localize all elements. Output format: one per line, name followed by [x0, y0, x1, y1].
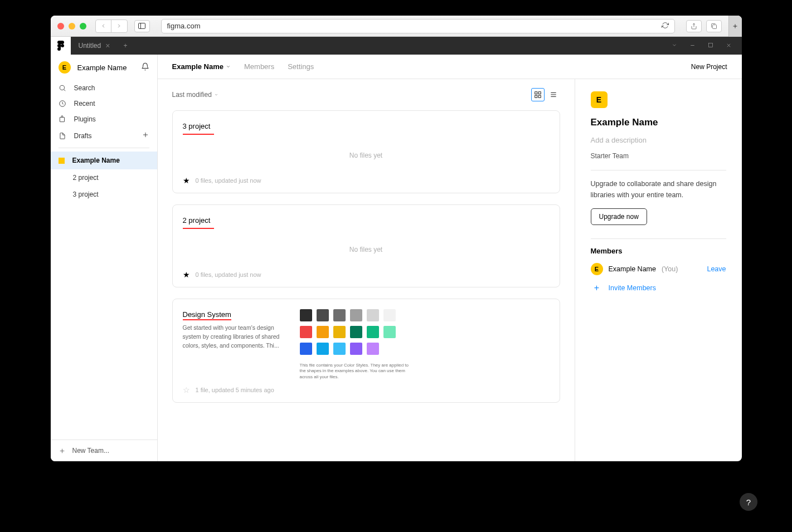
list-view-button[interactable] [547, 88, 560, 101]
url-text: figma.com [167, 22, 201, 30]
color-swatch [300, 309, 312, 321]
star-icon[interactable]: ★ [183, 270, 190, 279]
figma-home-button[interactable] [51, 37, 71, 55]
team-info-panel: E Example Name Add a description Starter… [575, 79, 742, 461]
color-swatch [350, 309, 362, 321]
notifications-icon[interactable] [141, 62, 149, 72]
project-card-3[interactable]: 3 project No files yet ★ 0 files, update… [172, 110, 560, 193]
svg-rect-0 [139, 23, 145, 29]
star-icon[interactable]: ★ [183, 176, 190, 185]
add-description-link[interactable]: Add a description [591, 136, 726, 144]
star-icon[interactable]: ☆ [183, 385, 190, 394]
project-status: 0 files, updated just now [196, 177, 261, 184]
chevron-down-icon [226, 64, 231, 69]
chevron-down-icon [214, 92, 218, 97]
grid-view-button[interactable] [531, 88, 545, 101]
search-label: Search [74, 84, 95, 92]
nav-members[interactable]: Members [244, 62, 274, 71]
team-avatar: E [591, 91, 608, 108]
plugins-label: Plugins [74, 115, 96, 123]
sidebar: E Example Name Search Recent Plugins Dra… [51, 55, 158, 461]
nav-buttons [95, 19, 128, 33]
app-tabbar: Untitled × + [51, 37, 742, 55]
window-minimize[interactable] [69, 23, 75, 30]
new-team-label: New Team... [72, 447, 109, 455]
color-swatch [367, 326, 379, 338]
chevron-down-icon[interactable] [672, 42, 677, 49]
sort-dropdown[interactable]: Last modified [172, 91, 218, 99]
team-name-dropdown[interactable]: Example Name [172, 62, 231, 71]
project-card-design-system[interactable]: Design System Get started with your team… [172, 299, 560, 403]
member-row: E Example Name (You) Leave [591, 263, 726, 275]
window-maximize[interactable] [80, 23, 86, 30]
no-files-text: No files yet [183, 229, 550, 270]
add-draft-icon[interactable] [142, 131, 149, 140]
color-swatch [333, 343, 346, 355]
sidebar-search[interactable]: Search [51, 80, 157, 96]
project-list: Last modified 3 project No files ye [158, 79, 575, 461]
user-avatar: E [59, 61, 71, 74]
svg-rect-22 [538, 95, 541, 97]
member-you-label: (You) [662, 265, 678, 273]
tab-untitled[interactable]: Untitled × [71, 37, 118, 55]
page-header: Example Name Members Settings New Projec… [158, 55, 742, 79]
file-icon [59, 132, 66, 140]
team-name-heading: Example Name [591, 117, 726, 128]
new-team-button[interactable]: New Team... [51, 440, 157, 461]
new-project-button[interactable]: New Project [691, 63, 727, 71]
members-heading: Members [591, 247, 726, 255]
svg-rect-19 [535, 92, 537, 94]
address-bar[interactable]: figma.com [161, 19, 675, 33]
color-swatch [350, 326, 362, 338]
close-icon[interactable] [726, 42, 732, 50]
color-swatch [383, 326, 396, 338]
team-label: Example Name [72, 157, 120, 164]
color-swatch [383, 309, 396, 321]
sidebar-user[interactable]: E Example Name [51, 55, 157, 80]
sidebar-plugins[interactable]: Plugins [51, 111, 157, 127]
forward-button[interactable] [111, 20, 127, 32]
sort-label-text: Last modified [172, 91, 212, 99]
tabs-button[interactable] [706, 20, 722, 32]
reload-icon[interactable] [662, 22, 669, 31]
sidebar-drafts[interactable]: Drafts [51, 127, 157, 144]
new-tab-button[interactable] [728, 16, 742, 37]
sidebar-project-2[interactable]: 2 project [51, 169, 157, 186]
search-icon [59, 84, 66, 92]
sidebar-toggle[interactable] [134, 20, 150, 32]
share-button[interactable] [686, 20, 702, 32]
plus-icon [59, 447, 66, 455]
no-files-text: No files yet [183, 135, 550, 176]
sidebar-project-3[interactable]: 3 project [51, 186, 157, 203]
color-swatch [367, 309, 379, 321]
sidebar-recent[interactable]: Recent [51, 96, 157, 111]
back-button[interactable] [96, 20, 111, 32]
ds-description: Get started with your team's design syst… [183, 324, 289, 350]
minimize-icon[interactable] [689, 42, 696, 50]
svg-rect-8 [708, 43, 712, 47]
color-swatch [300, 343, 312, 355]
clock-icon [59, 100, 66, 108]
ds-preview: This file contains your Color Styles. Th… [300, 309, 550, 380]
sidebar-team-example[interactable]: Example Name [51, 152, 157, 169]
window-close[interactable] [57, 23, 64, 30]
window-traffic-lights [57, 23, 86, 30]
team-color-swatch [59, 158, 65, 164]
divider [591, 170, 726, 170]
upgrade-button[interactable]: Upgrade now [591, 208, 647, 225]
invite-members-button[interactable]: + Invite Members [591, 282, 726, 294]
maximize-icon[interactable] [708, 42, 713, 49]
project-card-2[interactable]: 2 project No files yet ★ 0 files, update… [172, 204, 560, 287]
divider [591, 238, 726, 239]
header-team-name: Example Name [172, 62, 224, 71]
color-swatch [317, 326, 329, 338]
nav-settings[interactable]: Settings [288, 62, 314, 71]
color-swatch [367, 343, 379, 355]
figma-logo-icon [57, 41, 64, 51]
project-status: 0 files, updated just now [196, 271, 261, 278]
add-tab-button[interactable]: + [118, 42, 133, 50]
svg-rect-14 [60, 118, 64, 122]
plugins-icon [59, 115, 66, 123]
close-tab-icon[interactable]: × [105, 41, 110, 50]
leave-button[interactable]: Leave [707, 265, 726, 273]
